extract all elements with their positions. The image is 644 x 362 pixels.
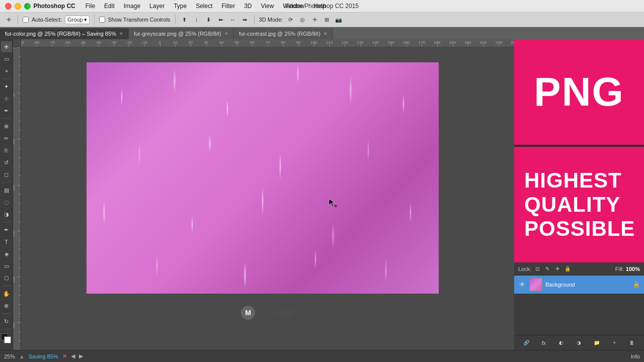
history-brush[interactable]: ↺	[1, 157, 12, 168]
menu-layer[interactable]: Layer	[145, 2, 169, 11]
tool-sep1	[2, 78, 11, 79]
3d-icon2[interactable]: ✛	[310, 15, 319, 24]
menu-filter[interactable]: Filter	[218, 2, 239, 11]
pen-tool[interactable]: ✒	[1, 224, 12, 235]
layer-visibility-icon[interactable]: 👁	[518, 281, 526, 289]
watermark-text: 人人素材	[258, 307, 294, 319]
align-right-icon[interactable]: ➡	[240, 15, 250, 24]
nav-next-icon[interactable]: ▶	[79, 353, 83, 359]
camera-icon[interactable]: 📷	[334, 15, 343, 24]
tab-fur-color-close[interactable]: ✕	[119, 31, 123, 36]
fx-icon[interactable]: fx	[539, 338, 548, 347]
magic-wand-tool[interactable]: ✦	[1, 81, 12, 92]
menu-type[interactable]: Type	[170, 2, 191, 11]
quality-line2: QUALITY	[524, 193, 620, 217]
vertical-ruler: 050100150200250300	[13, 47, 21, 350]
tool-sep7	[2, 329, 11, 329]
zoom-tool[interactable]: ⊕	[1, 300, 12, 311]
path-tool[interactable]: ◈	[1, 248, 12, 259]
canvas-scroll-area: 050100150200250300 ⊕ M 人人素材	[13, 47, 514, 350]
brush-tool[interactable]: ✏	[1, 133, 12, 144]
blur-tool[interactable]: ◌	[1, 197, 12, 208]
tab-fur-color[interactable]: fur-color.png @ 25% (RGB/8#) – Saving 85…	[0, 28, 129, 39]
menu-help[interactable]: Help	[309, 2, 330, 11]
lock-position-icon[interactable]: ✎	[543, 265, 551, 273]
3d-icon3[interactable]: ⊞	[322, 15, 331, 24]
auto-select-label: Auto-Select:	[32, 17, 62, 23]
lasso-tool[interactable]: ⌖	[1, 65, 12, 76]
auto-select-checkbox[interactable]	[23, 17, 29, 23]
folder-icon[interactable]: 📁	[592, 338, 601, 347]
tabs-bar: fur-color.png @ 25% (RGB/8#) – Saving 85…	[0, 27, 644, 39]
ruler-top-row: -90-80-70-60-50-40-30-20-100102030405060…	[13, 39, 514, 47]
status-arrow-icon[interactable]: ▲	[19, 353, 25, 359]
rotate-view-tool[interactable]: ↻	[1, 316, 12, 327]
select-tool[interactable]: ▭	[1, 53, 12, 64]
align-hcenter-icon[interactable]: ↔	[228, 15, 237, 24]
3d-icon1[interactable]: ◎	[298, 15, 307, 24]
group-dropdown[interactable]: Group ▾	[65, 16, 90, 24]
layer-thumbnail	[529, 278, 542, 291]
clone-tool[interactable]: ⎘	[1, 145, 12, 156]
watermark: M 人人素材	[241, 306, 294, 320]
menu-edit[interactable]: Edit	[100, 2, 119, 11]
minimize-button[interactable]	[15, 3, 21, 10]
tab-fur-contrast-label: fur-contrast.jpg @ 25% (RGB/8#)	[239, 31, 320, 37]
close-button[interactable]	[5, 3, 12, 10]
align-top-icon[interactable]: ⬆	[180, 15, 189, 24]
color-swatch[interactable]	[1, 333, 12, 344]
transform-label: Show Transform Controls	[108, 17, 171, 23]
canvas-document: ⊕	[87, 62, 439, 294]
3d-tool[interactable]: ⬡	[1, 273, 12, 284]
healing-tool[interactable]: ⊕	[1, 121, 12, 132]
align-left-icon[interactable]: ⬅	[216, 15, 225, 24]
nav-prev-icon[interactable]: ◀	[71, 353, 75, 359]
cancel-saving-icon[interactable]: ✕	[62, 353, 67, 359]
layers-toolbar: Lock: ⊡ ✎ ✛ 🔒 Fill: 100%	[514, 262, 644, 276]
png-section: PNG	[514, 39, 644, 145]
layers-bottom-bar: 🔗 fx ◐ ◑ 📁 + 🗑	[514, 335, 644, 350]
transform-checkbox[interactable]	[99, 17, 105, 23]
eyedropper-tool[interactable]: ✒	[1, 105, 12, 116]
rotate-icon[interactable]: ⟳	[286, 15, 295, 24]
new-layer-icon[interactable]: +	[610, 338, 619, 347]
type-tool[interactable]: T	[1, 236, 12, 247]
tool-sep5	[2, 286, 11, 286]
align-vcenter-icon[interactable]: ↕	[192, 15, 201, 24]
adjustment-icon[interactable]: ◑	[575, 338, 584, 347]
tab-fur-contrast[interactable]: fur-contrast.jpg @ 25% (RGB/8#) ✕	[234, 28, 333, 39]
layer-background[interactable]: 👁 Background 🔒	[514, 276, 644, 294]
tool-sep2	[2, 118, 11, 119]
menu-view[interactable]: View	[257, 2, 278, 11]
menu-3d[interactable]: 3D	[240, 2, 256, 11]
menu-image[interactable]: Image	[120, 2, 144, 11]
menu-window[interactable]: Window	[279, 2, 308, 11]
fur-texture	[87, 62, 439, 294]
app-name-label: Photoshop CC	[33, 3, 75, 10]
menu-file[interactable]: File	[82, 2, 99, 11]
canvas-viewport[interactable]: ⊕ M 人人素材	[21, 47, 514, 350]
align-bottom-icon[interactable]: ⬇	[204, 15, 213, 24]
hand-tool[interactable]: ✋	[1, 288, 12, 299]
delete-layer-icon[interactable]: 🗑	[627, 338, 636, 347]
sep2	[94, 15, 95, 25]
lock-all-icon[interactable]: 🔒	[564, 265, 572, 273]
shape-tool[interactable]: ▭	[1, 260, 12, 272]
move-tool[interactable]: ✛	[1, 41, 12, 52]
tab-fur-contrast-close[interactable]: ✕	[324, 31, 328, 36]
link-icon[interactable]: 🔗	[522, 338, 531, 347]
tab-fur-greyscale[interactable]: fur-greyscale.png @ 25% (RGB/8#) ✕	[129, 28, 234, 39]
crop-tool[interactable]: ⊹	[1, 93, 12, 104]
lock-pixels-icon[interactable]: ⊡	[533, 265, 541, 273]
dodge-tool[interactable]: ◑	[1, 209, 12, 220]
right-panel: PNG HIGHEST QUALITY POSSIBLE Lock: ⊡ ✎ ✛…	[514, 39, 644, 350]
quality-section: HIGHEST QUALITY POSSIBLE	[514, 147, 644, 262]
tab-fur-greyscale-close[interactable]: ✕	[224, 31, 228, 36]
eraser-tool[interactable]: ◻	[1, 169, 12, 180]
menu-select[interactable]: Select	[192, 2, 216, 11]
lock-move-icon[interactable]: ✛	[553, 265, 561, 273]
png-label: PNG	[534, 69, 624, 115]
gradient-tool[interactable]: ▤	[1, 185, 12, 196]
group-label: Group	[67, 17, 83, 23]
mask-icon[interactable]: ◐	[557, 338, 566, 347]
